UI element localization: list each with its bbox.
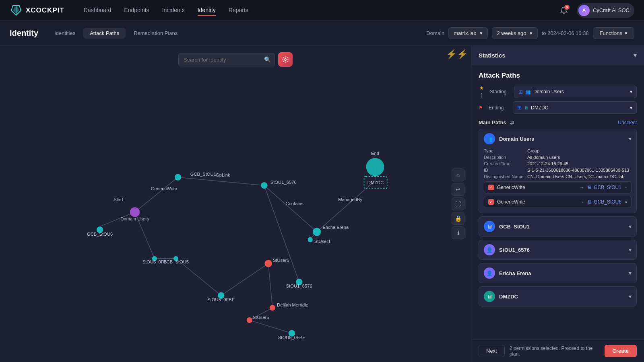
user-chip[interactable]: A CyCraft AI SOC bbox=[577, 3, 634, 18]
notification-button[interactable]: 9 bbox=[557, 4, 570, 17]
tab-identities[interactable]: Identities bbox=[48, 28, 82, 39]
stats-title: Statistics bbox=[479, 52, 506, 59]
zoom-fit-button[interactable]: ⛶ bbox=[452, 197, 464, 210]
ending-dropdown[interactable]: ⊞ 🖥 DMZDC ▾ bbox=[513, 101, 637, 114]
edge-label-contains: Contains bbox=[286, 201, 304, 206]
label-gcb-stou5: GCB_StOU5 bbox=[163, 259, 189, 264]
nav-dashboard[interactable]: Dashboard bbox=[84, 5, 111, 16]
ending-dropdown-inner: ⊞ 🖥 DMZDC bbox=[517, 105, 548, 111]
detail-dn-val: CN=Domain Users,CN=Users,DC=matrix,DC=la… bbox=[527, 174, 624, 179]
ending-chevron-icon: ▾ bbox=[630, 105, 632, 111]
sidebar-panel: Statistics ▾ Attack Paths ★ ⋮ Starting bbox=[471, 46, 644, 362]
perm-checkbox-2[interactable]: ✓ bbox=[488, 199, 494, 205]
label-domain-users: Domain Users bbox=[120, 216, 149, 221]
lock-button[interactable]: 🔒 bbox=[452, 212, 464, 225]
dmzdc-name: DMZDC bbox=[499, 294, 625, 300]
permission-row-1: ✓ GenericWrite → 🖥 GCB_StOU1 ≈ bbox=[484, 181, 632, 193]
user-name: CyCraft AI SOC bbox=[593, 7, 630, 13]
perm-checkbox-1[interactable]: ✓ bbox=[488, 185, 494, 190]
nav-links: Dashboard Endpoints Incidents Identity R… bbox=[84, 5, 557, 16]
nav-reports[interactable]: Reports bbox=[229, 5, 248, 16]
path-item-gcb-stou1-header[interactable]: 🖥 GCB_StOU1 ▾ bbox=[479, 217, 636, 236]
date-from-dropdown[interactable]: 2 weeks ago ▾ bbox=[492, 27, 538, 39]
edge-genericwrite-1 bbox=[135, 177, 178, 212]
stats-chevron-icon[interactable]: ▾ bbox=[634, 51, 637, 59]
label-gcb-stou1: GCB_StOU1 bbox=[190, 172, 216, 177]
node-stou1-6576-top bbox=[261, 182, 267, 189]
label-stuser1: StUser1 bbox=[314, 239, 331, 244]
detail-desc-key: Description bbox=[484, 155, 524, 160]
next-button[interactable]: Next bbox=[479, 345, 505, 357]
functions-label: Functions bbox=[600, 30, 622, 36]
path-item-stou1-6576: 👤 StOU1_6576 ▾ bbox=[479, 240, 637, 260]
perm-link-2[interactable]: ≈ bbox=[625, 200, 627, 204]
logo-text: XCOCKPIT bbox=[26, 6, 64, 14]
label-gcb-stou6: GCB_StOU6 bbox=[87, 232, 113, 237]
create-button[interactable]: Create bbox=[605, 345, 637, 357]
starting-value: Domain Users bbox=[533, 89, 564, 95]
main-container: Identity Identities Attack Paths Remedia… bbox=[0, 21, 644, 362]
nav-right: 9 A CyCraft AI SOC bbox=[557, 3, 634, 18]
node-gcb-stou1 bbox=[175, 174, 181, 180]
perm-target-1: 🖥 GCB_StOU1 bbox=[587, 185, 621, 190]
dots-icon: ⋮ bbox=[479, 92, 484, 98]
perm-target-2: 🖥 GCB_StOU6 bbox=[587, 199, 621, 205]
ending-row: ⚑ Ending ⊞ 🖥 DMZDC ▾ bbox=[479, 101, 637, 114]
page-title: Identity bbox=[10, 29, 38, 38]
zoom-home-button[interactable]: ⌂ bbox=[452, 169, 464, 181]
perm-link-1[interactable]: ≈ bbox=[625, 185, 627, 190]
domain-label: Domain bbox=[426, 30, 444, 36]
path-item-domain-users-header[interactable]: 👥 Domain Users ▾ bbox=[479, 129, 636, 148]
ending-value: DMZDC bbox=[531, 105, 548, 111]
content-area: Identity Identities Attack Paths Remedia… bbox=[0, 21, 644, 362]
starting-dropdown[interactable]: ⊞ 👥 Domain Users ▾ bbox=[514, 86, 637, 98]
starting-label: Starting bbox=[490, 89, 510, 95]
detail-desc-val: All domain users bbox=[527, 155, 560, 160]
perm-name-1: GenericWrite bbox=[497, 185, 576, 190]
main-paths-row: Main Paths ⇄ Unselect bbox=[479, 119, 637, 125]
tab-attack-paths[interactable]: Attack Paths bbox=[83, 28, 126, 39]
detail-dn-key: Distinguished Name bbox=[484, 174, 524, 179]
stou1-name: StOU1_6576 bbox=[499, 247, 625, 253]
nav-endpoints[interactable]: Endpoints bbox=[124, 5, 149, 16]
info-button[interactable]: ℹ bbox=[452, 226, 464, 239]
logo[interactable]: XCOCKPIT bbox=[10, 4, 64, 17]
zoom-undo-button[interactable]: ↩ bbox=[452, 183, 464, 196]
domain-dropdown[interactable]: matrix.lab ▾ bbox=[448, 27, 487, 39]
edge-label-gplink: GpLink bbox=[216, 173, 230, 177]
path-item-dmzdc: 🖥 DMZDC ▾ bbox=[479, 286, 637, 306]
stou1-icon: 👤 bbox=[484, 244, 495, 255]
edge-contains bbox=[264, 185, 317, 232]
unselect-button[interactable]: Unselect bbox=[618, 120, 637, 125]
perm-target-icon-2: 🖥 bbox=[587, 199, 592, 205]
graph-controls: ⌂ ↩ ⛶ 🔒 ℹ bbox=[452, 169, 464, 239]
nav-incidents[interactable]: Incidents bbox=[162, 5, 185, 16]
detail-created-val: 2021-12-24 15:29:45 bbox=[527, 161, 568, 166]
path-item-stou1-header[interactable]: 👤 StOU1_6576 ▾ bbox=[479, 240, 636, 259]
node-ericha-erena bbox=[313, 228, 321, 236]
label-stuser6: StUser6 bbox=[273, 258, 289, 263]
tab-remediation-plans[interactable]: Remediation Plans bbox=[127, 28, 184, 39]
date-to-text: to 2024-03-06 16:38 bbox=[542, 30, 589, 36]
sidebar-content: Attack Paths ★ ⋮ Starting ⊞ 👥 Doma bbox=[471, 65, 644, 339]
path-item-ericha-header[interactable]: 👤 Ericha Erena ▾ bbox=[479, 263, 636, 283]
perm-arrow-2: → bbox=[580, 200, 584, 204]
edge-stuser6 bbox=[221, 263, 268, 296]
gcb-stou1-icon: 🖥 bbox=[484, 221, 495, 232]
gcb-stou1-chevron-icon: ▾ bbox=[629, 223, 632, 230]
ericha-chevron-icon: ▾ bbox=[629, 270, 632, 276]
dmzdc-icon: 🖥 bbox=[484, 291, 495, 302]
nav-identity[interactable]: Identity bbox=[198, 5, 216, 16]
starting-dropdown-inner: ⊞ 👥 Domain Users bbox=[518, 89, 564, 95]
sidebar-footer: Next 2 permissions selected. Proceed to … bbox=[471, 339, 644, 362]
edge-delilah bbox=[268, 263, 272, 308]
domain-chevron-icon: ▾ bbox=[480, 30, 483, 36]
path-item-dmzdc-header[interactable]: 🖥 DMZDC ▾ bbox=[479, 287, 636, 306]
node-delilah bbox=[270, 305, 275, 311]
detail-desc: Description All domain users bbox=[484, 155, 632, 160]
functions-button[interactable]: Functions ▾ bbox=[593, 27, 634, 39]
domain-users-icon: 👥 bbox=[484, 133, 495, 144]
header-right: Domain matrix.lab ▾ 2 weeks ago ▾ to 202… bbox=[426, 27, 634, 39]
user-avatar: A bbox=[578, 5, 590, 16]
logo-icon bbox=[10, 4, 23, 17]
